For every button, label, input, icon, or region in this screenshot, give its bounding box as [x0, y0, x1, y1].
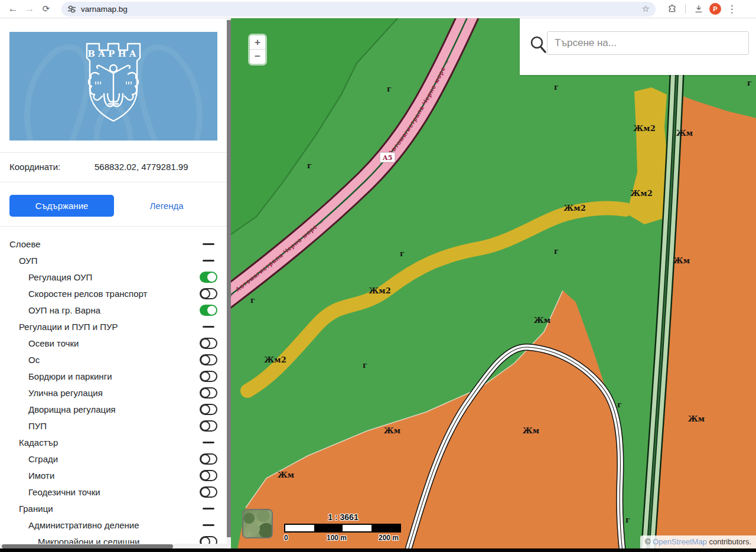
- zone-label: Жм: [534, 316, 550, 325]
- scale-tick: 100 m: [327, 534, 347, 542]
- layer-label: ОУП: [0, 256, 38, 266]
- url-text[interactable]: varnamap.bg: [81, 5, 642, 14]
- zone-label: Жм2: [630, 189, 652, 198]
- layer-toggle-off[interactable]: [200, 404, 217, 415]
- zone-label: Жм2: [264, 355, 286, 364]
- site-settings-icon[interactable]: [67, 5, 76, 14]
- layer-toggle-off[interactable]: [200, 371, 217, 382]
- collapse-minus-icon[interactable]: [203, 524, 214, 526]
- layer-row: Дворищна регулация: [0, 401, 227, 417]
- layer-row: Административно деление: [0, 517, 227, 533]
- motorway-ref-shield: А5: [380, 152, 395, 162]
- forward-icon: →: [21, 2, 38, 16]
- attribution-suffix: contributors.: [707, 537, 751, 546]
- layer-toggle-on[interactable]: [200, 305, 217, 316]
- extensions-icon[interactable]: [664, 2, 680, 16]
- layer-row: Сгради: [0, 450, 227, 467]
- zone-label: г: [400, 249, 405, 258]
- layer-label: Административно деление: [0, 520, 139, 530]
- layer-label: Скоростен релсов транспорт: [0, 289, 147, 299]
- map-canvas[interactable]: ← Автомагистрала Черно море → ← Автомаги…: [231, 18, 756, 552]
- coordinates-label: Координати:: [9, 162, 60, 172]
- layer-label: Геодезични точки: [0, 487, 100, 497]
- layer-label: Дворищна регулация: [0, 404, 116, 414]
- layer-row: Улична регулация: [0, 384, 227, 401]
- application-window: ← → ⟳ varnamap.bg ☆ P ⋮: [0, 0, 756, 552]
- zoom-out-button[interactable]: −: [250, 50, 265, 64]
- zone-label: Жм2: [369, 286, 390, 295]
- layer-toggle-off[interactable]: [200, 387, 217, 399]
- search-input[interactable]: [547, 31, 749, 55]
- zone-label: Жм2: [633, 124, 655, 133]
- map-attribution: © OpenStreetMap contributors.: [640, 535, 756, 548]
- tab-content-button[interactable]: Съдържание: [9, 195, 114, 217]
- layer-label: Слоеве: [0, 239, 41, 249]
- zone-label: Жм: [523, 426, 539, 435]
- divider: [0, 152, 227, 153]
- coordinates-value: 568832.02, 4779281.99: [94, 162, 188, 172]
- menu-kebab-icon[interactable]: ⋮: [724, 2, 740, 16]
- layer-toggle-off[interactable]: [200, 486, 217, 498]
- collapse-minus-icon[interactable]: [203, 260, 214, 262]
- layer-row: Имоти: [0, 467, 227, 484]
- scale-tick: 200 m: [379, 534, 399, 542]
- layer-toggle-off[interactable]: [200, 338, 217, 349]
- sidebar-vertical-scrollbar[interactable]: [227, 18, 231, 548]
- url-bar[interactable]: varnamap.bg ☆: [61, 2, 656, 17]
- layer-row: ОУП: [0, 252, 227, 269]
- search-icon[interactable]: [530, 35, 546, 53]
- layer-label: ОУП на гр. Варна: [0, 305, 100, 315]
- layer-label: Граници: [0, 504, 53, 514]
- bookmark-star-icon[interactable]: ☆: [642, 4, 650, 14]
- back-icon[interactable]: ←: [5, 2, 21, 16]
- zone-label: г: [387, 84, 392, 93]
- layer-label: ПУП: [0, 421, 47, 431]
- zone-label: г: [625, 515, 630, 524]
- layer-toggle-off[interactable]: [200, 354, 217, 365]
- collapse-minus-icon[interactable]: [203, 442, 214, 443]
- logo-text: ВАРНА: [87, 48, 139, 59]
- layer-toggle-off[interactable]: [200, 288, 217, 299]
- svg-text:А5: А5: [383, 154, 393, 162]
- layer-toggle-off[interactable]: [200, 420, 217, 432]
- attribution-prefix: ©: [645, 537, 653, 546]
- zone-label: г: [554, 83, 559, 92]
- openstreetmap-link[interactable]: OpenStreetMap: [653, 537, 707, 546]
- zone-label: Жм: [278, 471, 294, 479]
- collapse-minus-icon[interactable]: [203, 508, 214, 509]
- reload-icon[interactable]: ⟳: [38, 2, 54, 16]
- bottom-black-bar: [0, 548, 756, 552]
- layer-row: Ос: [0, 351, 227, 368]
- search-panel: [520, 18, 756, 75]
- profile-avatar[interactable]: P: [707, 2, 724, 16]
- scale-tick: 0: [284, 534, 288, 542]
- scale-ratio: 1 : 3661: [284, 512, 402, 522]
- layer-row: Геодезични точки: [0, 484, 227, 500]
- layer-toggle-on[interactable]: [200, 272, 217, 283]
- layer-label: Улична регулация: [0, 388, 103, 398]
- zone-label: г: [747, 79, 752, 87]
- zone-label: Жм: [676, 129, 693, 138]
- collapse-minus-icon[interactable]: [203, 326, 214, 328]
- layer-row: ОУП на гр. Варна: [0, 302, 227, 318]
- download-icon[interactable]: [690, 2, 707, 16]
- basemap-switcher-thumbnail[interactable]: [242, 509, 273, 538]
- layer-row: Слоеве: [0, 236, 227, 252]
- layer-label: Кадастър: [0, 437, 58, 448]
- zone-label: Жм2: [563, 204, 585, 213]
- collapse-minus-icon[interactable]: [203, 243, 214, 245]
- zoom-in-button[interactable]: +: [250, 35, 265, 50]
- varna-logo: ВАРНА: [9, 32, 217, 141]
- layer-row: Граници: [0, 500, 227, 517]
- divider: [0, 226, 227, 227]
- tab-legend-button[interactable]: Легенда: [131, 195, 202, 217]
- layer-label: Имоти: [0, 471, 54, 481]
- layer-label: Осеви точки: [0, 338, 79, 348]
- map-scale: 1 : 3661 0 100 m 200 m: [284, 512, 402, 543]
- zone-label: г: [617, 400, 622, 409]
- sidebar: ВАРНА Координати: 568832.02, 4779281.99 …: [0, 18, 227, 552]
- layer-toggle-off[interactable]: [200, 470, 217, 481]
- layer-toggle-off[interactable]: [200, 453, 217, 465]
- layer-row: Бордюри и паркинги: [0, 368, 227, 384]
- browser-toolbar: ← → ⟳ varnamap.bg ☆ P ⋮: [0, 0, 756, 18]
